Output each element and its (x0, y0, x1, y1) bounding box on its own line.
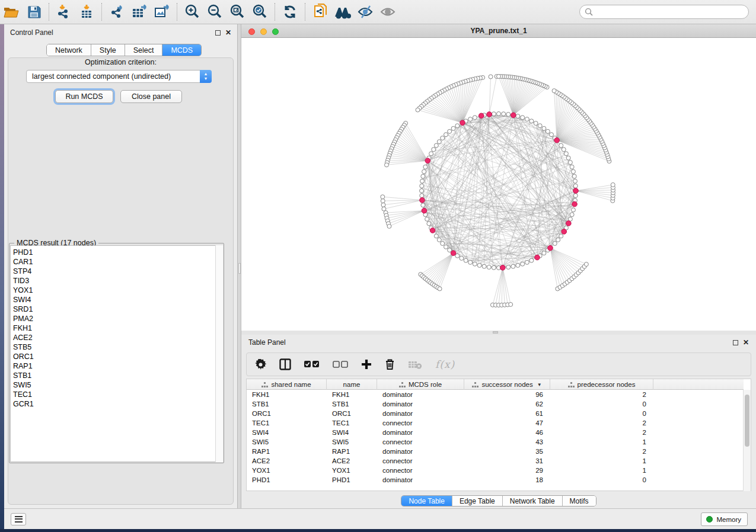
network-node[interactable] (422, 169, 426, 174)
column-header-MCDS-role[interactable]: MCDS role (377, 379, 464, 390)
network-node[interactable] (571, 208, 575, 212)
network-node[interactable] (441, 241, 445, 245)
mcds-result-item[interactable]: PHD1 (13, 248, 216, 257)
network-node[interactable] (381, 199, 385, 203)
network-node[interactable] (420, 194, 424, 198)
network-node[interactable] (562, 148, 566, 152)
network-window-titlebar[interactable]: YPA_prune.txt_1 (241, 24, 756, 38)
table-row[interactable]: TEC1TEC1connector472 (247, 418, 744, 428)
network-node[interactable] (571, 169, 575, 174)
mcds-result-item[interactable]: STB5 (13, 342, 216, 352)
network-node[interactable] (427, 222, 431, 226)
mcds-hub-node[interactable] (425, 158, 430, 164)
mcds-hub-node[interactable] (420, 198, 425, 203)
network-node[interactable] (511, 264, 515, 268)
hide-visual-properties-icon[interactable] (355, 3, 375, 21)
eye-icon[interactable] (378, 3, 398, 21)
network-node[interactable] (492, 112, 496, 116)
tab-style[interactable]: Style (91, 44, 125, 56)
network-node[interactable] (468, 260, 473, 264)
network-node[interactable] (434, 143, 438, 148)
network-node[interactable] (429, 152, 433, 156)
table-row[interactable]: ORC1ORC1dominator610 (247, 409, 744, 418)
mcds-hub-node[interactable] (573, 188, 579, 194)
network-node[interactable] (568, 161, 572, 165)
table-row[interactable]: PHD1PHD1dominator180 (247, 475, 744, 485)
table-row[interactable]: SWI4SWI4dominator462 (247, 428, 744, 437)
network-node[interactable] (460, 256, 464, 260)
tab-node-table[interactable]: Node Table (401, 496, 452, 506)
add-column-icon[interactable] (361, 359, 372, 370)
network-node[interactable] (542, 126, 546, 130)
search-input[interactable] (594, 8, 748, 16)
mcds-hub-node[interactable] (479, 113, 484, 118)
splitter-grip[interactable] (493, 331, 498, 334)
network-node[interactable] (489, 75, 493, 79)
network-canvas[interactable] (241, 38, 756, 331)
mcds-hub-node[interactable] (572, 201, 578, 207)
network-node[interactable] (553, 241, 557, 245)
zoom-in-icon[interactable] (182, 3, 202, 21)
network-node[interactable] (521, 116, 525, 120)
network-node[interactable] (564, 152, 568, 156)
mcds-hub-node[interactable] (460, 120, 465, 126)
mcds-result-item[interactable]: YOX1 (13, 286, 216, 295)
network-node[interactable] (434, 234, 438, 238)
network-node[interactable] (542, 251, 546, 255)
network-node[interactable] (573, 179, 577, 183)
zoom-fit-icon[interactable] (227, 3, 247, 21)
close-panel-icon[interactable]: ✕ (225, 30, 231, 36)
tab-edge-table[interactable]: Edge Table (452, 496, 503, 506)
export-image-icon[interactable] (152, 3, 172, 21)
horizontal-splitter[interactable] (241, 331, 756, 335)
mcds-result-item[interactable]: PMA2 (13, 314, 216, 323)
column-header-name[interactable]: name (327, 379, 377, 390)
float-panel-icon[interactable] (215, 30, 221, 36)
network-node[interactable] (506, 265, 511, 269)
network-node[interactable] (448, 129, 452, 133)
network-node[interactable] (423, 165, 428, 169)
table-row[interactable]: FKH1FKH1dominator962 (247, 390, 744, 399)
mcds-result-item[interactable]: CAR1 (13, 257, 216, 267)
network-node[interactable] (425, 217, 429, 221)
network-node[interactable] (534, 121, 538, 126)
network-node[interactable] (432, 148, 436, 152)
mcds-hub-node[interactable] (430, 228, 435, 233)
gear-icon[interactable] (255, 359, 266, 370)
table-row[interactable]: ACE2ACE2connector311 (247, 456, 744, 466)
network-node[interactable] (516, 263, 520, 267)
network-node[interactable] (387, 224, 391, 228)
network-node[interactable] (420, 179, 425, 183)
node-table[interactable]: shared namenameMCDS rolesuccessor nodes▼… (246, 379, 751, 491)
column-header-predecessor-nodes[interactable]: predecessor nodes (550, 379, 653, 390)
delete-column-icon[interactable] (385, 358, 395, 370)
network-node[interactable] (611, 182, 615, 187)
network-node[interactable] (455, 254, 460, 258)
mcds-result-item[interactable]: ORC1 (13, 352, 216, 361)
mcds-hub-node[interactable] (451, 251, 456, 256)
mcds-hub-node[interactable] (422, 208, 427, 213)
network-node[interactable] (529, 119, 534, 123)
network-node[interactable] (381, 195, 385, 199)
clone-network-icon[interactable] (310, 3, 330, 21)
network-node[interactable] (421, 203, 425, 207)
network-node[interactable] (473, 116, 477, 120)
mcds-hub-node[interactable] (562, 229, 567, 235)
network-node[interactable] (552, 89, 556, 93)
column-layout-icon[interactable] (279, 358, 291, 370)
network-node[interactable] (444, 133, 448, 137)
network-node[interactable] (451, 126, 455, 130)
network-node[interactable] (570, 213, 574, 217)
clear-table-icon[interactable] (408, 360, 422, 369)
network-node[interactable] (529, 258, 534, 262)
table-scrollbar[interactable] (743, 390, 751, 491)
tab-network-table[interactable]: Network Table (503, 496, 563, 506)
save-icon[interactable] (24, 3, 44, 21)
network-node[interactable] (525, 260, 529, 264)
vertical-splitter[interactable] (237, 24, 241, 508)
network-node[interactable] (497, 75, 501, 79)
mcds-result-item[interactable]: SWI5 (13, 380, 216, 390)
mcds-result-item[interactable]: RAP1 (13, 361, 216, 371)
export-table-icon[interactable] (129, 3, 149, 21)
binoculars-icon[interactable] (333, 3, 353, 21)
